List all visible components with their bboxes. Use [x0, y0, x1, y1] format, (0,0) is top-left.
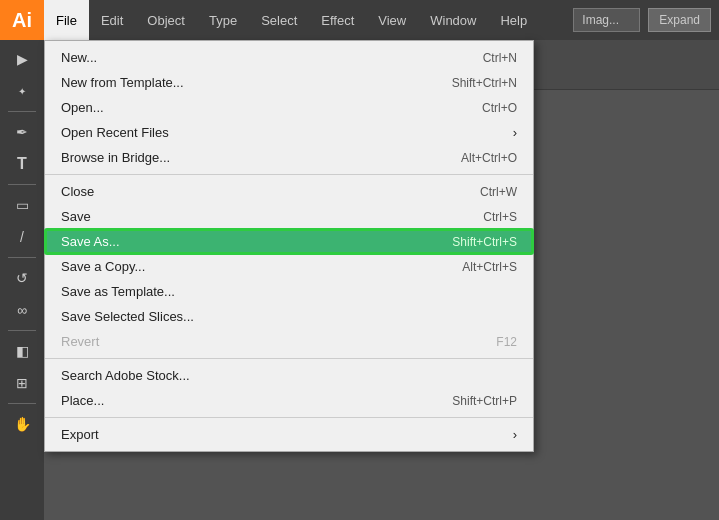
- menu-section-4: Export ›: [45, 418, 533, 451]
- menu-item-effect[interactable]: Effect: [309, 0, 366, 40]
- workspace-select[interactable]: Imag...: [573, 8, 640, 32]
- menu-section-1: New... Ctrl+N New from Template... Shift…: [45, 41, 533, 175]
- tool-separator: [8, 111, 36, 112]
- menu-items: File Edit Object Type Select Effect View…: [44, 0, 539, 40]
- menu-export[interactable]: Export ›: [45, 422, 533, 447]
- menu-save[interactable]: Save Ctrl+S: [45, 204, 533, 229]
- menubar: Ai File Edit Object Type Select Effect V…: [0, 0, 719, 40]
- menu-section-2: Close Ctrl+W Save Ctrl+S Save As... Shif…: [45, 175, 533, 359]
- app-logo: Ai: [0, 0, 44, 40]
- tool-rotate[interactable]: ↺: [5, 263, 39, 293]
- menu-item-file[interactable]: File: [44, 0, 89, 40]
- menu-save-template[interactable]: Save as Template...: [45, 279, 533, 304]
- file-dropdown-menu: New... Ctrl+N New from Template... Shift…: [44, 40, 534, 452]
- expand-button[interactable]: Expand: [648, 8, 711, 32]
- menu-close[interactable]: Close Ctrl+W: [45, 179, 533, 204]
- menu-item-help[interactable]: Help: [488, 0, 539, 40]
- tool-brush[interactable]: /: [5, 222, 39, 252]
- menu-item-type[interactable]: Type: [197, 0, 249, 40]
- menu-place[interactable]: Place... Shift+Ctrl+P: [45, 388, 533, 413]
- tool-separator-3: [8, 257, 36, 258]
- menu-open[interactable]: Open... Ctrl+O: [45, 95, 533, 120]
- menu-browse-bridge[interactable]: Browse in Bridge... Alt+Ctrl+O: [45, 145, 533, 170]
- menu-item-edit[interactable]: Edit: [89, 0, 135, 40]
- menu-save-as[interactable]: Save As... Shift+Ctrl+S: [45, 229, 533, 254]
- tool-grid[interactable]: ⊞: [5, 368, 39, 398]
- tool-select[interactable]: ▶: [5, 44, 39, 74]
- tool-separator-4: [8, 330, 36, 331]
- menubar-right: Imag... Expand: [573, 8, 719, 32]
- menu-section-3: Search Adobe Stock... Place... Shift+Ctr…: [45, 359, 533, 418]
- menu-item-view[interactable]: View: [366, 0, 418, 40]
- tool-separator-2: [8, 184, 36, 185]
- tool-hand[interactable]: ✋: [5, 409, 39, 439]
- tool-blend[interactable]: ∞: [5, 295, 39, 325]
- menu-save-slices[interactable]: Save Selected Slices...: [45, 304, 533, 329]
- left-toolbar: ▶ ✦ ✒ T ▭ / ↺ ∞ ◧ ⊞ ✋: [0, 40, 44, 520]
- tool-separator-5: [8, 403, 36, 404]
- menu-item-window[interactable]: Window: [418, 0, 488, 40]
- menu-revert[interactable]: Revert F12: [45, 329, 533, 354]
- tool-type[interactable]: T: [5, 149, 39, 179]
- menu-new-template[interactable]: New from Template... Shift+Ctrl+N: [45, 70, 533, 95]
- tool-pen[interactable]: ✒: [5, 117, 39, 147]
- menu-item-object[interactable]: Object: [135, 0, 197, 40]
- menu-open-recent[interactable]: Open Recent Files ›: [45, 120, 533, 145]
- tool-shape[interactable]: ▭: [5, 190, 39, 220]
- menu-search-stock[interactable]: Search Adobe Stock...: [45, 363, 533, 388]
- menu-item-select[interactable]: Select: [249, 0, 309, 40]
- tool-direct-select[interactable]: ✦: [5, 76, 39, 106]
- tool-gradient[interactable]: ◧: [5, 336, 39, 366]
- menu-new[interactable]: New... Ctrl+N: [45, 45, 533, 70]
- menu-save-copy[interactable]: Save a Copy... Alt+Ctrl+S: [45, 254, 533, 279]
